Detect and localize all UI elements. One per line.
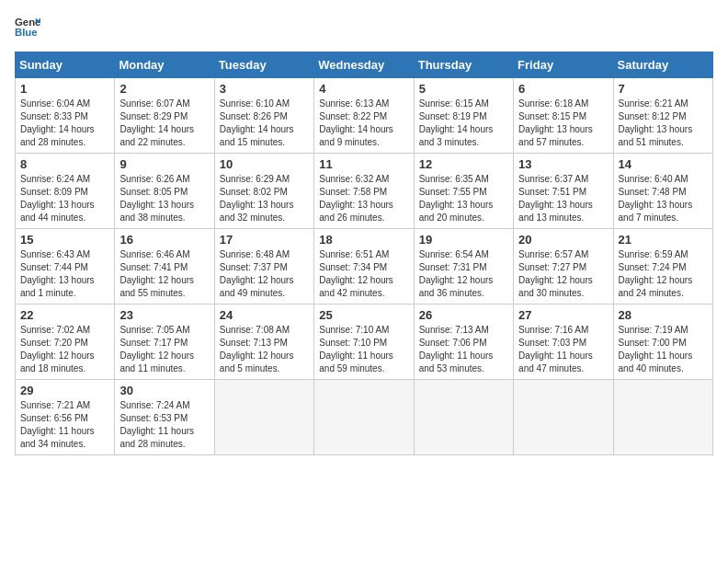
empty-cell — [314, 380, 414, 455]
col-header-wednesday: Wednesday — [314, 52, 414, 78]
calendar-day-20: 20Sunrise: 6:57 AM Sunset: 7:27 PM Dayli… — [514, 229, 613, 304]
day-number: 15 — [20, 233, 109, 247]
calendar-day-18: 18Sunrise: 6:51 AM Sunset: 7:34 PM Dayli… — [314, 229, 414, 304]
calendar-day-25: 25Sunrise: 7:10 AM Sunset: 7:10 PM Dayli… — [314, 304, 414, 380]
day-number: 16 — [119, 233, 209, 247]
day-number: 27 — [518, 308, 608, 322]
calendar-day-7: 7Sunrise: 6:21 AM Sunset: 8:12 PM Daylig… — [613, 78, 712, 154]
col-header-sunday: Sunday — [16, 52, 115, 78]
day-info: Sunrise: 6:29 AM Sunset: 8:02 PM Dayligh… — [220, 173, 309, 224]
logo: General Blue — [15, 15, 40, 40]
calendar-day-8: 8Sunrise: 6:24 AM Sunset: 8:09 PM Daylig… — [16, 154, 115, 229]
calendar-day-13: 13Sunrise: 6:37 AM Sunset: 7:51 PM Dayli… — [514, 154, 613, 229]
calendar-day-15: 15Sunrise: 6:43 AM Sunset: 7:44 PM Dayli… — [16, 229, 115, 304]
calendar-day-24: 24Sunrise: 7:08 AM Sunset: 7:13 PM Dayli… — [214, 304, 313, 380]
calendar-day-1: 1Sunrise: 6:04 AM Sunset: 8:33 PM Daylig… — [16, 78, 115, 154]
calendar-day-19: 19Sunrise: 6:54 AM Sunset: 7:31 PM Dayli… — [414, 229, 513, 304]
day-number: 12 — [419, 157, 508, 171]
calendar-day-29: 29Sunrise: 7:21 AM Sunset: 6:56 PM Dayli… — [16, 380, 115, 455]
calendar-day-6: 6Sunrise: 6:18 AM Sunset: 8:15 PM Daylig… — [514, 78, 613, 154]
day-info: Sunrise: 7:02 AM Sunset: 7:20 PM Dayligh… — [20, 324, 109, 375]
calendar-day-22: 22Sunrise: 7:02 AM Sunset: 7:20 PM Dayli… — [16, 304, 115, 380]
calendar-day-2: 2Sunrise: 6:07 AM Sunset: 8:29 PM Daylig… — [115, 78, 214, 154]
day-number: 13 — [518, 157, 608, 171]
empty-cell — [514, 380, 613, 455]
day-info: Sunrise: 6:54 AM Sunset: 7:31 PM Dayligh… — [419, 248, 508, 300]
calendar-day-17: 17Sunrise: 6:48 AM Sunset: 7:37 PM Dayli… — [214, 229, 313, 304]
day-info: Sunrise: 6:46 AM Sunset: 7:41 PM Dayligh… — [119, 248, 209, 300]
day-number: 18 — [319, 233, 408, 247]
day-number: 20 — [518, 233, 608, 247]
calendar-day-10: 10Sunrise: 6:29 AM Sunset: 8:02 PM Dayli… — [214, 154, 313, 229]
calendar-day-14: 14Sunrise: 6:40 AM Sunset: 7:48 PM Dayli… — [613, 154, 712, 229]
day-info: Sunrise: 7:08 AM Sunset: 7:13 PM Dayligh… — [220, 324, 309, 375]
day-info: Sunrise: 6:24 AM Sunset: 8:09 PM Dayligh… — [20, 173, 109, 224]
calendar-day-26: 26Sunrise: 7:13 AM Sunset: 7:06 PM Dayli… — [414, 304, 513, 380]
day-number: 23 — [119, 308, 209, 322]
day-info: Sunrise: 6:59 AM Sunset: 7:24 PM Dayligh… — [619, 248, 708, 300]
day-info: Sunrise: 6:26 AM Sunset: 8:05 PM Dayligh… — [119, 173, 209, 224]
day-info: Sunrise: 6:57 AM Sunset: 7:27 PM Dayligh… — [518, 248, 608, 300]
col-header-thursday: Thursday — [414, 52, 513, 78]
day-number: 9 — [119, 157, 209, 171]
empty-cell — [214, 380, 313, 455]
day-number: 26 — [419, 308, 508, 322]
calendar-day-28: 28Sunrise: 7:19 AM Sunset: 7:00 PM Dayli… — [613, 304, 712, 380]
day-number: 25 — [319, 308, 408, 322]
logo-icon: General Blue — [15, 15, 40, 40]
day-number: 14 — [619, 157, 708, 171]
col-header-friday: Friday — [514, 52, 613, 78]
day-info: Sunrise: 6:35 AM Sunset: 7:55 PM Dayligh… — [419, 173, 508, 224]
day-number: 11 — [319, 157, 408, 171]
calendar-day-27: 27Sunrise: 7:16 AM Sunset: 7:03 PM Dayli… — [514, 304, 613, 380]
day-number: 21 — [619, 233, 708, 247]
calendar-day-5: 5Sunrise: 6:15 AM Sunset: 8:19 PM Daylig… — [414, 78, 513, 154]
col-header-tuesday: Tuesday — [214, 52, 313, 78]
day-info: Sunrise: 6:32 AM Sunset: 7:58 PM Dayligh… — [319, 173, 408, 224]
calendar-day-23: 23Sunrise: 7:05 AM Sunset: 7:17 PM Dayli… — [115, 304, 214, 380]
day-number: 24 — [220, 308, 309, 322]
col-header-saturday: Saturday — [613, 52, 712, 78]
day-info: Sunrise: 6:37 AM Sunset: 7:51 PM Dayligh… — [518, 173, 608, 224]
day-number: 30 — [119, 384, 209, 397]
day-info: Sunrise: 7:19 AM Sunset: 7:00 PM Dayligh… — [619, 324, 708, 375]
day-info: Sunrise: 7:13 AM Sunset: 7:06 PM Dayligh… — [419, 324, 508, 375]
day-number: 17 — [220, 233, 309, 247]
day-info: Sunrise: 6:40 AM Sunset: 7:48 PM Dayligh… — [619, 173, 708, 224]
day-info: Sunrise: 6:04 AM Sunset: 8:33 PM Dayligh… — [20, 98, 109, 149]
day-info: Sunrise: 6:48 AM Sunset: 7:37 PM Dayligh… — [220, 248, 309, 300]
calendar-day-9: 9Sunrise: 6:26 AM Sunset: 8:05 PM Daylig… — [115, 154, 214, 229]
calendar-day-12: 12Sunrise: 6:35 AM Sunset: 7:55 PM Dayli… — [414, 154, 513, 229]
day-number: 5 — [419, 82, 508, 96]
calendar-day-3: 3Sunrise: 6:10 AM Sunset: 8:26 PM Daylig… — [214, 78, 313, 154]
day-number: 1 — [20, 82, 109, 96]
day-info: Sunrise: 7:16 AM Sunset: 7:03 PM Dayligh… — [518, 324, 608, 375]
day-info: Sunrise: 6:13 AM Sunset: 8:22 PM Dayligh… — [319, 98, 408, 149]
day-number: 3 — [220, 82, 309, 96]
calendar-day-16: 16Sunrise: 6:46 AM Sunset: 7:41 PM Dayli… — [115, 229, 214, 304]
day-info: Sunrise: 6:51 AM Sunset: 7:34 PM Dayligh… — [319, 248, 408, 300]
empty-cell — [613, 380, 712, 455]
empty-cell — [414, 380, 513, 455]
day-info: Sunrise: 6:15 AM Sunset: 8:19 PM Dayligh… — [419, 98, 508, 149]
day-number: 6 — [518, 82, 608, 96]
calendar-table: SundayMondayTuesdayWednesdayThursdayFrid… — [15, 52, 713, 455]
day-number: 19 — [419, 233, 508, 247]
day-number: 2 — [119, 82, 209, 96]
day-number: 28 — [619, 308, 708, 322]
calendar-day-30: 30Sunrise: 7:24 AM Sunset: 6:53 PM Dayli… — [115, 380, 214, 455]
calendar-day-11: 11Sunrise: 6:32 AM Sunset: 7:58 PM Dayli… — [314, 154, 414, 229]
day-info: Sunrise: 6:18 AM Sunset: 8:15 PM Dayligh… — [518, 98, 608, 149]
day-number: 8 — [20, 157, 109, 171]
calendar-day-4: 4Sunrise: 6:13 AM Sunset: 8:22 PM Daylig… — [314, 78, 414, 154]
day-info: Sunrise: 7:24 AM Sunset: 6:53 PM Dayligh… — [119, 399, 209, 451]
svg-text:Blue: Blue — [15, 27, 38, 38]
day-number: 10 — [220, 157, 309, 171]
col-header-monday: Monday — [115, 52, 214, 78]
day-number: 7 — [619, 82, 708, 96]
day-info: Sunrise: 7:21 AM Sunset: 6:56 PM Dayligh… — [20, 399, 109, 451]
page-header: General Blue — [15, 15, 713, 40]
calendar-day-21: 21Sunrise: 6:59 AM Sunset: 7:24 PM Dayli… — [613, 229, 712, 304]
day-info: Sunrise: 6:10 AM Sunset: 8:26 PM Dayligh… — [220, 98, 309, 149]
day-number: 22 — [20, 308, 109, 322]
